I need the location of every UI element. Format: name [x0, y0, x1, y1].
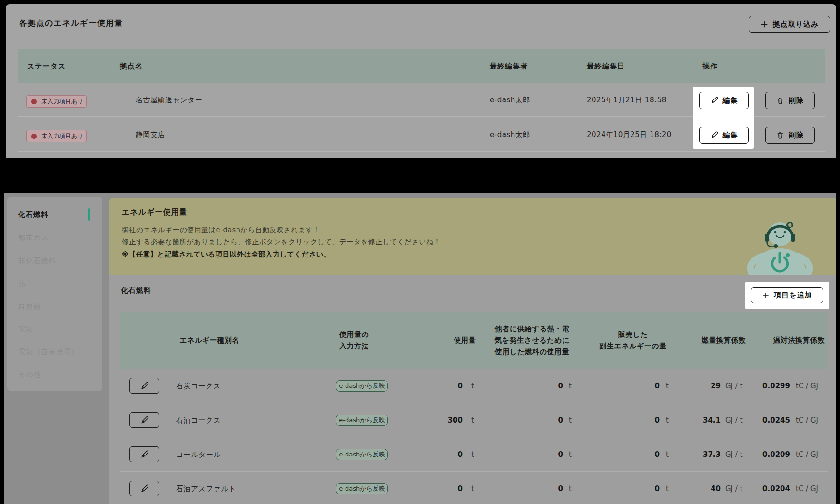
- last-editor: e-dash太郎: [490, 130, 530, 139]
- pencil-icon: [142, 451, 148, 457]
- last-edit-date: 2025年1月21日 18:58: [587, 96, 667, 105]
- delete-location-button[interactable]: 削除: [765, 92, 815, 109]
- e-dash-mascot-illustration: [741, 222, 819, 275]
- locations-panel-title: 各拠点のエネルギー使用量: [19, 18, 123, 29]
- usage-unit: t: [471, 450, 474, 459]
- heat-factor-value: 34.1: [663, 416, 721, 425]
- source-badge: e-dashから反映: [336, 449, 388, 460]
- last-editor: e-dash太郎: [490, 96, 530, 105]
- usage-value: 0: [405, 382, 463, 390]
- active-category-indicator: [88, 208, 90, 221]
- heat-factor-value: 40: [663, 484, 721, 493]
- row-divider: [120, 471, 828, 472]
- pencil-icon: [710, 96, 719, 105]
- pencil-icon: [710, 131, 719, 139]
- status-dot-icon: [31, 99, 37, 104]
- co2-factor-value: 0.0204: [733, 484, 790, 493]
- col-co2-factor: 温対法換算係数: [753, 335, 825, 346]
- add-item-label: 項目を追加: [774, 291, 812, 300]
- import-locations-button[interactable]: 拠点取り込み: [749, 16, 830, 33]
- pencil-icon: [142, 416, 148, 423]
- energy-category-sidebar: [7, 197, 102, 391]
- edit-button-label: 編集: [723, 96, 738, 105]
- sidebar-item-non-fossil-fuel[interactable]: 非化石燃料: [18, 257, 56, 265]
- plus-icon: [760, 20, 769, 29]
- co2-factor-unit: tC / GJ: [796, 484, 818, 493]
- pencil-icon: [142, 485, 148, 491]
- supplied-value: 0: [506, 416, 563, 425]
- trash-icon: [776, 97, 784, 105]
- supplied-unit: t: [569, 416, 572, 425]
- status-badge: 未入力項目あり: [26, 95, 87, 108]
- edit-fuel-row-button[interactable]: [129, 446, 159, 462]
- fuel-name: 石炭コークス: [176, 382, 221, 391]
- col-input-method: 使用量の 入力方法: [339, 329, 369, 352]
- sold-value: 0: [603, 450, 660, 459]
- status-dot-icon: [31, 134, 37, 139]
- banner-note: ※【任意】と記載されている項目以外は全部入力してください。: [122, 250, 331, 259]
- edit-fuel-row-button[interactable]: [129, 481, 159, 496]
- fuel-name: 石油コークス: [176, 416, 221, 425]
- edit-button-label: 編集: [723, 131, 738, 140]
- row-divider: [120, 437, 828, 437]
- fuel-name: 石油アスファルト: [176, 484, 236, 494]
- import-locations-label: 拠点取り込み: [773, 20, 819, 29]
- row-divider: [18, 151, 825, 152]
- col-supplied-fuel: 他者に供給する熱・電 気を発生させるために 使用した燃料の使用量: [487, 323, 577, 357]
- sidebar-item-other[interactable]: その他: [18, 370, 41, 379]
- source-badge: e-dashから反映: [336, 380, 388, 392]
- edit-fuel-row-button[interactable]: [129, 412, 159, 428]
- row-divider: [120, 403, 828, 403]
- location-name: 静岡支店: [136, 130, 165, 139]
- co2-factor-unit: tC / GJ: [796, 382, 818, 390]
- status-badge-label: 未入力項目あり: [41, 132, 83, 140]
- col-sold-energy: 販売した 副生エネルギーの量: [585, 329, 681, 352]
- usage-value: 0: [405, 484, 463, 493]
- delete-location-button[interactable]: 削除: [765, 127, 815, 144]
- pencil-icon: [142, 382, 148, 388]
- banner-line2: 修正する必要な箇所がありましたら、修正ボタンをクリックして、データを修正してくだ…: [122, 237, 441, 247]
- delete-button-label: 削除: [789, 131, 804, 140]
- supplied-value: 0: [506, 484, 563, 493]
- usage-unit: t: [471, 484, 474, 493]
- edit-fuel-row-button[interactable]: [129, 378, 159, 394]
- col-status: ステータス: [27, 62, 66, 71]
- usage-value: 0: [405, 450, 463, 459]
- co2-factor-value: 0.0245: [733, 416, 790, 425]
- col-name: 拠点名: [120, 62, 143, 71]
- banner-line1: 御社のエネルギーの使用量はe-dashから自動反映されます！: [122, 226, 320, 235]
- last-edit-date: 2024年10月25日 18:20: [587, 130, 672, 139]
- co2-factor-value: 0.0209: [733, 450, 790, 459]
- tutorial-composite-screenshot: { "sectionA": { "title": "各拠点のエネルギー使用量",…: [0, 0, 840, 504]
- sidebar-item-heat[interactable]: 熱: [18, 279, 26, 288]
- info-banner: エネルギー使用量 御社のエネルギーの使用量はe-dashから自動反映されます！ …: [109, 198, 836, 275]
- add-item-button[interactable]: 項目を追加: [751, 287, 823, 303]
- sold-value: 0: [603, 382, 660, 390]
- action-separator: [758, 93, 758, 108]
- sidebar-item-electricity[interactable]: 電気: [18, 325, 33, 333]
- edit-location-button[interactable]: 編集: [699, 92, 749, 109]
- trash-icon: [776, 131, 784, 139]
- banner-title: エネルギー使用量: [122, 208, 188, 217]
- edit-location-button[interactable]: 編集: [699, 127, 749, 144]
- action-separator: [758, 128, 758, 142]
- sidebar-item-natural-heat[interactable]: 自然熱: [18, 302, 41, 311]
- locations-panel: 各拠点のエネルギー使用量 拠点取り込み ステータス 拠点名 最終編集者 最終編集…: [6, 4, 836, 158]
- sold-value: 0: [603, 484, 660, 493]
- sold-value: 0: [603, 416, 660, 425]
- supplied-unit: t: [569, 382, 572, 390]
- col-actions: 操作: [702, 62, 718, 71]
- sidebar-item-fossil-fuel[interactable]: 化石燃料: [18, 210, 49, 219]
- sidebar-item-electricity-self[interactable]: 電気（自家発電）: [18, 347, 79, 356]
- supplied-value: 0: [506, 382, 563, 390]
- sidebar-item-city-gas[interactable]: 都市ガス: [18, 233, 49, 242]
- supplied-unit: t: [569, 484, 572, 493]
- supplied-value: 0: [506, 450, 563, 459]
- co2-factor-value: 0.0299: [733, 382, 790, 390]
- fossil-fuel-group-title: 化石燃料: [121, 286, 151, 295]
- usage-value: 300: [405, 416, 463, 425]
- col-edited: 最終編集日: [587, 62, 625, 71]
- heat-factor-value: 29: [663, 382, 721, 390]
- usage-unit: t: [471, 382, 474, 390]
- col-usage: 使用量: [428, 335, 476, 346]
